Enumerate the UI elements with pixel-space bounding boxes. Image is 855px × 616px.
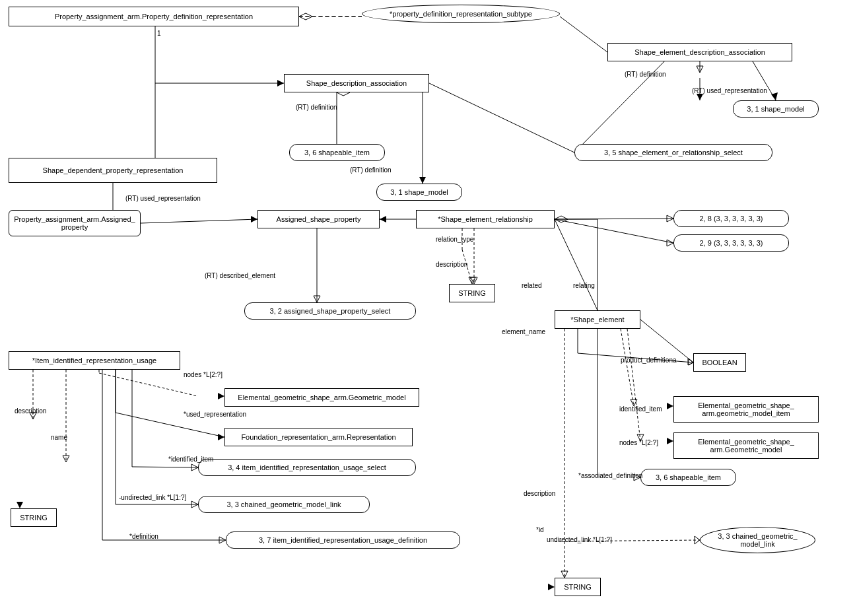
item-identified-rep-usage-node: *Item_identified_representation_usage bbox=[9, 351, 180, 370]
svg-line-13 bbox=[429, 83, 574, 153]
svg-marker-30 bbox=[314, 296, 320, 302]
foundation-representation-label: Foundation_representation_arm.Representa… bbox=[241, 433, 395, 441]
svg-marker-15 bbox=[697, 66, 703, 73]
svg-marker-84 bbox=[219, 537, 226, 543]
property-assignment-arm-label: Property_assignment_arm.Property_definit… bbox=[55, 13, 253, 20]
svg-marker-34 bbox=[380, 216, 386, 222]
svg-marker-49 bbox=[667, 215, 673, 222]
svg-line-20 bbox=[574, 52, 673, 153]
diagram-container: Property_assignment_arm.Property_definit… bbox=[0, 0, 855, 616]
svg-line-60 bbox=[627, 329, 640, 441]
svg-marker-75 bbox=[218, 434, 224, 440]
svg-line-18 bbox=[753, 61, 776, 100]
svg-marker-6 bbox=[277, 80, 284, 86]
label-element-name: element_name bbox=[502, 328, 545, 335]
shapeable-item-3-6-bottom-label: 3, 6 shapeable_item bbox=[656, 473, 721, 481]
string-box2-label: STRING bbox=[20, 514, 48, 522]
svg-marker-89 bbox=[63, 456, 69, 462]
shape-description-assoc-label: Shape_description_association bbox=[306, 79, 407, 87]
chained-geometric-model-link-left-node: 3, 3 chained_geometric_model_link bbox=[198, 496, 370, 513]
shape-model-3-1-right-label: 3, 1 shape_model bbox=[747, 105, 804, 113]
chained-geometric-model-link-right-node: 3, 3 chained_geometric_ model_link bbox=[700, 527, 815, 553]
label-nodes-l2-left: nodes *L[2:?] bbox=[184, 371, 222, 378]
shapeable-item-3-6-bottom-node: 3, 6 shapeable_item bbox=[640, 469, 736, 486]
assigned-shape-property-select-node: 3, 2 assigned_shape_property_select bbox=[244, 302, 416, 320]
svg-line-57 bbox=[621, 329, 634, 406]
label-relation-type: relation_type bbox=[436, 236, 473, 243]
svg-line-77 bbox=[132, 467, 198, 467]
svg-marker-59 bbox=[667, 403, 673, 409]
elemental-geometric-model-node: Elemental_geometric_shape_arm.Geometric_… bbox=[224, 388, 419, 407]
boolean-node: BOOLEAN bbox=[693, 353, 746, 372]
shape-dependent-property-rep-node: Shape_dependent_property_representation bbox=[9, 158, 217, 183]
svg-line-27 bbox=[141, 219, 257, 223]
svg-line-1 bbox=[560, 17, 607, 52]
item-identified-rep-usage-select-node: 3, 4 item_identified_representation_usag… bbox=[198, 459, 416, 476]
label-rt-definition-right: (RT) definition bbox=[625, 71, 666, 78]
shape-model-3-1-top-label: 3, 1 shape_model bbox=[390, 188, 448, 196]
svg-line-48 bbox=[555, 219, 673, 219]
chained-geometric-model-link-left-label: 3, 3 chained_geometric_model_link bbox=[226, 500, 341, 508]
svg-line-43 bbox=[555, 219, 598, 310]
shape-model-3-1-top-node: 3, 1 shape_model bbox=[376, 184, 462, 201]
label-id: *id bbox=[536, 526, 544, 533]
string-box3-node: STRING bbox=[555, 578, 601, 596]
label-name: name bbox=[51, 434, 67, 441]
label-description: description bbox=[436, 261, 467, 268]
label-rt-definition2: (RT) used_representation bbox=[125, 195, 201, 202]
svg-marker-78 bbox=[191, 464, 198, 471]
svg-marker-72 bbox=[218, 393, 224, 399]
shape-element-relationship-node: *Shape_element_relationship bbox=[416, 210, 555, 228]
shape-description-assoc-node: Shape_description_association bbox=[284, 74, 429, 92]
assigned-shape-property-node: Assigned_shape_property bbox=[257, 210, 380, 228]
svg-marker-17 bbox=[697, 94, 703, 100]
svg-marker-51 bbox=[667, 240, 673, 246]
label-identified-item: identified_item bbox=[619, 405, 662, 413]
property-def-rep-subtype-node: *property_definition_representation_subt… bbox=[362, 5, 560, 23]
string-box1-node: STRING bbox=[449, 284, 495, 302]
svg-marker-37 bbox=[469, 277, 475, 284]
svg-line-50 bbox=[555, 219, 673, 243]
svg-marker-19 bbox=[771, 92, 778, 100]
property-assignment-arm-node: Property_assignment_arm.Property_definit… bbox=[9, 7, 299, 26]
assigned-shape-property-select-label: 3, 2 assigned_shape_property_select bbox=[270, 307, 391, 315]
string-box3-label: STRING bbox=[564, 583, 592, 591]
property-def-rep-subtype-label: *property_definition_representation_subt… bbox=[390, 10, 532, 18]
elemental-geometric-model-label: Elemental_geometric_shape_arm.Geometric_… bbox=[238, 394, 405, 401]
label-1: 1 bbox=[157, 30, 161, 37]
svg-marker-69 bbox=[695, 536, 700, 544]
elemental-geometric-model-item-label: Elemental_geometric_shape_ arm.geometric… bbox=[698, 401, 794, 417]
item-identified-rep-usage-definition-node: 3, 7 item_identified_representation_usag… bbox=[226, 531, 460, 549]
property-assignment-arm-assigned-node: Property_assignment_arm.Assigned_ proper… bbox=[9, 210, 141, 236]
svg-marker-56 bbox=[689, 359, 693, 365]
chained-geometric-model-link-right-label: 3, 3 chained_geometric_ model_link bbox=[718, 532, 797, 548]
svg-marker-54 bbox=[688, 359, 693, 365]
svg-marker-12 bbox=[419, 177, 426, 184]
label-rt-used-rep-right: (RT) used_representation bbox=[692, 87, 767, 94]
shape-element-rel-9-node: 2, 9 (3, 3, 3, 3, 3, 3) bbox=[673, 234, 789, 252]
label-it-used-rep: (RT) definition bbox=[350, 166, 392, 174]
assigned-shape-property-label: Assigned_shape_property bbox=[277, 215, 361, 223]
label-undirected-link-right: undirected_link *L[1:?] bbox=[547, 536, 612, 543]
string-box1-label: STRING bbox=[458, 289, 486, 297]
svg-marker-81 bbox=[191, 501, 198, 508]
shape-element-rel-8-node: 2, 8 (3, 3, 3, 3, 3, 3) bbox=[673, 210, 789, 227]
svg-marker-66 bbox=[561, 571, 568, 578]
shape-element-node: *Shape_element bbox=[555, 310, 640, 329]
svg-marker-87 bbox=[17, 502, 23, 508]
svg-marker-67 bbox=[548, 584, 555, 590]
shape-element-rel-9-label: 2, 9 (3, 3, 3, 3, 3, 3) bbox=[700, 239, 763, 247]
item-identified-rep-usage-definition-label: 3, 7 item_identified_representation_usag… bbox=[259, 536, 427, 544]
property-assignment-arm-assigned-label: Property_assignment_arm.Assigned_ proper… bbox=[14, 215, 135, 231]
label-product-definitiona: product_definitiona bbox=[621, 357, 677, 364]
shape-model-3-1-right-node: 3, 1 shape_model bbox=[733, 100, 819, 118]
label-undirected-link-left: -undirected_link *L[1:?] bbox=[119, 494, 186, 501]
shapeable-item-3-6-label: 3, 6 shapeable_item bbox=[304, 149, 370, 156]
boolean-label: BOOLEAN bbox=[702, 359, 737, 366]
label-related: related bbox=[522, 282, 542, 289]
shape-dependent-property-rep-label: Shape_dependent_property_representation bbox=[43, 166, 184, 174]
label-nodes-l2: nodes *L[2:?] bbox=[619, 439, 658, 446]
shape-element-label: *Shape_element bbox=[570, 316, 624, 324]
shape-element-or-relationship-select-label: 3, 5 shape_element_or_relationship_selec… bbox=[604, 149, 743, 156]
shape-element-description-assoc-label: Shape_element_description_association bbox=[634, 48, 765, 56]
